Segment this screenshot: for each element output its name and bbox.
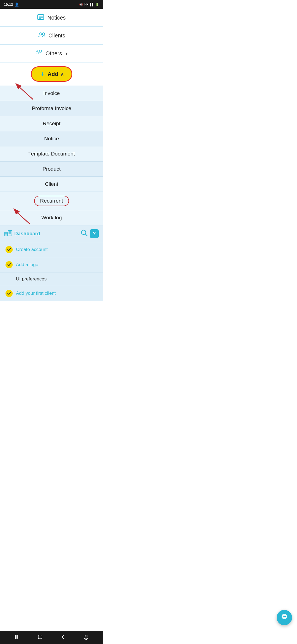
add-button[interactable]: ＋ Add ∧ — [31, 66, 72, 82]
ui-preferences-label: UI preferences — [16, 276, 47, 282]
checklist-add-first-client[interactable]: Add your first client — [0, 286, 103, 301]
dropdown-template-document[interactable]: Template Document — [0, 146, 103, 162]
add-logo-label: Add a logo — [16, 262, 38, 268]
help-button[interactable]: ? — [90, 229, 99, 238]
add-dropdown: Invoice Proforma Invoice Receipt Notice … — [0, 86, 103, 225]
mute-icon: 🔇 — [79, 3, 83, 6]
create-account-label: Create account — [16, 247, 48, 252]
others-chevron-icon: ▾ — [65, 51, 68, 56]
dropdown-proforma-invoice[interactable]: Proforma Invoice — [0, 101, 103, 116]
clients-icon — [38, 32, 46, 39]
nav-others[interactable]: Others ▾ — [0, 45, 103, 62]
battery-icon: 🔋 — [95, 3, 99, 6]
status-user-icon: 👤 — [15, 2, 19, 7]
checklist-ui-preferences[interactable]: UI preferences — [0, 272, 103, 286]
dropdown-worklog[interactable]: Work log — [0, 210, 103, 225]
template-document-label: Template Document — [28, 151, 75, 157]
svg-rect-7 — [36, 52, 38, 54]
signal-icon: H+ — [84, 3, 88, 6]
chevron-up-icon: ∧ — [61, 72, 64, 77]
checklist-add-logo[interactable]: Add a logo — [0, 257, 103, 272]
checklist: Create account Add a logo UI preferences… — [0, 242, 103, 301]
add-first-client-label: Add your first client — [16, 291, 56, 296]
svg-rect-14 — [8, 230, 12, 236]
notice-label: Notice — [44, 136, 59, 142]
dashboard-actions: ? — [81, 229, 99, 238]
client-label: Client — [45, 181, 58, 187]
others-icon — [35, 50, 43, 57]
svg-rect-0 — [38, 15, 44, 20]
dashboard-left: Dashboard — [4, 230, 40, 238]
notices-label: Notices — [47, 15, 66, 21]
svg-point-5 — [40, 33, 42, 35]
dropdown-client[interactable]: Client — [0, 177, 103, 192]
check-icon-add-client — [6, 290, 13, 297]
svg-rect-1 — [38, 14, 43, 15]
dropdown-receipt[interactable]: Receipt — [0, 116, 103, 131]
others-label: Others — [45, 50, 62, 57]
proforma-invoice-label: Proforma Invoice — [32, 105, 72, 111]
dropdown-recurrent[interactable]: Recurrent — [0, 192, 103, 210]
help-label: ? — [93, 231, 96, 237]
svg-line-10 — [37, 51, 39, 51]
svg-rect-8 — [39, 50, 42, 52]
svg-line-21 — [85, 234, 87, 236]
dashboard-icon — [4, 230, 12, 238]
dashboard-label: Dashboard — [14, 231, 40, 237]
recurrent-label: Recurrent — [34, 196, 69, 206]
dropdown-product[interactable]: Product — [0, 162, 103, 177]
wifi-icon: ▌▌ — [90, 3, 94, 6]
status-time: 10:13 — [4, 2, 13, 7]
receipt-label: Receipt — [43, 121, 60, 127]
dashboard-row[interactable]: Dashboard ? — [0, 225, 103, 242]
dropdown-notice[interactable]: Notice — [0, 131, 103, 146]
svg-point-6 — [42, 33, 45, 35]
dropdown-invoice[interactable]: Invoice — [0, 86, 103, 101]
invoice-label: Invoice — [43, 90, 60, 96]
clients-label: Clients — [48, 32, 65, 39]
notices-icon — [37, 14, 45, 21]
checklist-create-account[interactable]: Create account — [0, 242, 103, 257]
status-bar: 10:13 👤 🔇 H+ ▌▌ 🔋 — [0, 0, 103, 9]
check-icon-add-logo — [6, 261, 13, 268]
product-label: Product — [43, 166, 61, 172]
add-label: Add — [48, 71, 58, 77]
plus-icon: ＋ — [39, 70, 45, 78]
status-icons: 🔇 H+ ▌▌ 🔋 — [79, 3, 99, 6]
add-button-row: ＋ Add ∧ — [0, 62, 103, 86]
nav-notices[interactable]: Notices — [0, 9, 103, 27]
worklog-label: Work log — [41, 215, 62, 221]
check-icon-create-account — [6, 246, 13, 253]
nav-clients[interactable]: Clients — [0, 27, 103, 45]
search-icon[interactable] — [81, 229, 88, 238]
